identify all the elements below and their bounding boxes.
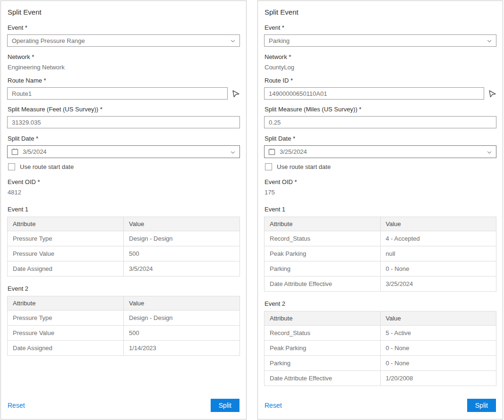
chevron-down-icon xyxy=(487,150,492,155)
attribute-cell: Record_Status xyxy=(265,326,381,341)
use-route-start-date-label: Use route start date xyxy=(277,163,331,170)
route-row xyxy=(7,87,240,100)
measure-input[interactable] xyxy=(7,116,240,128)
measure-block xyxy=(7,116,240,128)
chevron-down-icon xyxy=(230,150,236,155)
measure-block xyxy=(264,116,496,128)
event-oid-label: Event OID * xyxy=(265,178,496,185)
calendar-icon xyxy=(11,148,18,155)
event-oid-value: 175 xyxy=(265,189,496,196)
split-event-panels: Split Event Event * Operating Pressure R… xyxy=(0,0,504,420)
attribute-cell: Parking xyxy=(265,261,381,277)
attribute-cell: Peak Parking xyxy=(265,246,381,261)
split-event-panel-right: Split Event Event * Parking Network * Co… xyxy=(257,0,503,420)
date-label: Split Date * xyxy=(265,135,496,142)
network-label: Network * xyxy=(265,53,496,60)
value-cell: 0 - None xyxy=(380,356,496,371)
date-picker[interactable]: 3/5/2024 xyxy=(7,145,240,158)
event-select[interactable]: Parking xyxy=(264,34,496,47)
panel-title: Split Event xyxy=(265,8,496,16)
use-route-start-date-label: Use route start date xyxy=(20,163,74,170)
table-header-row: Attribute Value xyxy=(8,217,240,231)
route-input[interactable] xyxy=(264,87,484,100)
event-label: Event * xyxy=(265,24,496,31)
table-row: Pressure Value 500 xyxy=(8,326,240,341)
attribute-cell: Pressure Type xyxy=(8,311,124,326)
event-oid-label: Event OID * xyxy=(8,178,240,185)
value-cell: 3/5/2024 xyxy=(124,261,240,277)
attribute-cell: Parking xyxy=(265,356,381,371)
table-row: Parking 0 - None xyxy=(265,356,496,371)
network-value: CountyLog xyxy=(265,64,496,71)
reset-button[interactable]: Reset xyxy=(8,402,25,409)
table-row: Record_Status 4 - Accepted xyxy=(265,231,496,246)
network-value: Engineering Network xyxy=(8,64,240,71)
measure-input[interactable] xyxy=(264,116,496,128)
table-row: Date Attribute Effective 3/25/2024 xyxy=(265,277,496,292)
measure-label: Split Measure (Miles (US Survey)) * xyxy=(265,106,496,113)
event2-table: Attribute Value Record_Status 5 - Active… xyxy=(264,311,496,386)
route-input[interactable] xyxy=(7,87,228,100)
date-picker[interactable]: 3/25/2024 xyxy=(264,145,496,158)
attribute-cell: Record_Status xyxy=(265,231,381,246)
route-label: Route Name * xyxy=(8,77,240,84)
pointer-arrow-icon xyxy=(232,90,240,98)
event1-table: Attribute Value Record_Status 4 - Accept… xyxy=(264,217,496,292)
attribute-header: Attribute xyxy=(8,217,124,231)
value-cell: 1/14/2023 xyxy=(124,341,240,356)
table-row: Pressure Type Design - Design xyxy=(8,231,240,246)
table-header-row: Attribute Value xyxy=(265,217,496,231)
pick-route-on-map-button[interactable] xyxy=(232,90,240,98)
split-button[interactable]: Split xyxy=(211,399,239,412)
panel-title: Split Event xyxy=(8,8,240,16)
panel-footer: Reset Split xyxy=(264,399,496,413)
split-event-panel-left: Split Event Event * Operating Pressure R… xyxy=(0,0,247,420)
attribute-header: Attribute xyxy=(265,311,381,326)
calendar-icon xyxy=(268,148,275,155)
reset-button[interactable]: Reset xyxy=(265,402,282,409)
value-header: Value xyxy=(124,217,240,231)
event2-title: Event 2 xyxy=(265,300,496,307)
pointer-arrow-icon xyxy=(488,90,496,98)
value-header: Value xyxy=(380,311,496,326)
value-header: Value xyxy=(124,296,240,311)
table-row: Date Assigned 3/5/2024 xyxy=(8,261,240,277)
value-cell: 5 - Active xyxy=(380,326,496,341)
table-row: Date Attribute Effective 1/20/2008 xyxy=(265,371,496,386)
pick-route-on-map-button[interactable] xyxy=(488,90,496,98)
network-label: Network * xyxy=(8,53,240,60)
event2-title: Event 2 xyxy=(8,285,240,292)
value-cell: 0 - None xyxy=(380,261,496,277)
value-cell: 500 xyxy=(124,246,240,261)
measure-label: Split Measure (Feet (US Survey)) * xyxy=(8,106,240,113)
date-value: 3/5/2024 xyxy=(23,148,47,155)
date-value: 3/25/2024 xyxy=(280,148,307,155)
use-route-start-date-checkbox[interactable] xyxy=(265,163,272,170)
attribute-cell: Date Assigned xyxy=(8,261,124,277)
table-row: Date Assigned 1/14/2023 xyxy=(8,341,240,356)
attribute-cell: Pressure Value xyxy=(8,326,124,341)
table-row: Pressure Value 500 xyxy=(8,246,240,261)
value-cell: 500 xyxy=(124,326,240,341)
chevron-down-icon xyxy=(230,38,236,44)
event1-title: Event 1 xyxy=(8,206,240,213)
chevron-down-icon xyxy=(487,38,492,44)
attribute-header: Attribute xyxy=(8,296,124,311)
value-cell: Design - Design xyxy=(124,231,240,246)
table-row: Record_Status 5 - Active xyxy=(265,326,496,341)
value-header: Value xyxy=(380,217,496,231)
value-cell: Design - Design xyxy=(124,311,240,326)
attribute-cell: Date Assigned xyxy=(8,341,124,356)
date-label: Split Date * xyxy=(8,135,240,142)
use-route-start-date-checkbox[interactable] xyxy=(8,163,15,170)
attribute-cell: Date Attribute Effective xyxy=(265,371,381,386)
value-cell: 0 - None xyxy=(380,341,496,356)
route-row xyxy=(264,87,496,100)
event-select-value: Parking xyxy=(269,37,290,44)
attribute-cell: Pressure Value xyxy=(8,246,124,261)
split-button[interactable]: Split xyxy=(467,399,496,412)
event-select[interactable]: Operating Pressure Range xyxy=(7,34,240,47)
value-cell: 3/25/2024 xyxy=(380,277,496,292)
table-header-row: Attribute Value xyxy=(8,296,240,311)
event2-table: Attribute Value Pressure Type Design - D… xyxy=(7,296,240,356)
